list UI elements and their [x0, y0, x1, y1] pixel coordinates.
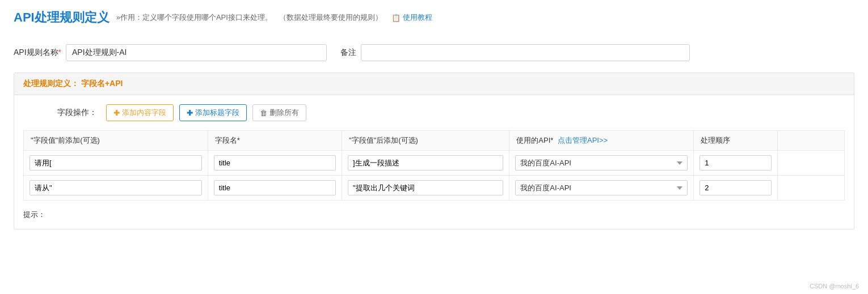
rule-section-header: 处理规则定义： 字段名+API [14, 73, 854, 95]
field-input-0[interactable] [214, 155, 336, 171]
th-order: 处理顺序 [694, 131, 778, 151]
page-title: API处理规则定义 [14, 9, 109, 26]
add-title-field-button[interactable]: ✚ 添加标题字段 [179, 104, 247, 121]
order-input-0[interactable] [700, 155, 772, 171]
add-content-field-button[interactable]: ✚ 添加内容字段 [106, 104, 174, 121]
th-prefix: "字段值"前添加(可选) [24, 131, 208, 151]
table-row: 我的百度AI-API其他API接口 [24, 151, 845, 176]
api-select-0[interactable]: 我的百度AI-API其他API接口 [515, 155, 688, 171]
plus-icon-content: ✚ [113, 109, 120, 117]
api-select-1[interactable]: 我的百度AI-API其他API接口 [515, 180, 688, 195]
page-subtitle-note: （数据处理最终要使用的规则） [279, 12, 382, 23]
rule-section-body: 字段操作： ✚ 添加内容字段 ✚ 添加标题字段 🗑 删除所有 "字段值"前添加(… [14, 95, 854, 229]
suffix-input-0[interactable] [348, 155, 503, 171]
field-ops-row: 字段操作： ✚ 添加内容字段 ✚ 添加标题字段 🗑 删除所有 [23, 104, 845, 121]
tutorial-label: 使用教程 [403, 12, 432, 23]
rule-section: 处理规则定义： 字段名+API 字段操作： ✚ 添加内容字段 ✚ 添加标题字段 … [14, 73, 854, 229]
page-header: API处理规则定义 »作用：定义哪个字段使用哪个API接口来处理。 （数据处理最… [0, 0, 868, 33]
suffix-input-1[interactable] [348, 180, 503, 195]
delete-all-button[interactable]: 🗑 删除所有 [252, 104, 306, 121]
row-ops-0 [777, 151, 844, 176]
rule-table: "字段值"前添加(可选) 字段名* "字段值"后添加(可选) 使用的API* 点… [23, 130, 845, 201]
tutorial-link[interactable]: 📋 使用教程 [391, 12, 432, 23]
watermark: CSDN @moshi_6 [810, 283, 859, 289]
remark-label: 备注 [340, 48, 356, 58]
table-row: 我的百度AI-API其他API接口 [24, 176, 845, 201]
table-header-row: "字段值"前添加(可选) 字段名* "字段值"后添加(可选) 使用的API* 点… [24, 131, 845, 151]
form-row-main: API规则名称* 备注 [14, 44, 854, 61]
prefix-input-1[interactable] [30, 180, 202, 195]
prefix-input-0[interactable] [30, 155, 202, 171]
api-name-input[interactable] [66, 44, 327, 61]
row-ops-1 [777, 176, 844, 201]
tips-label: 提示： [23, 210, 45, 219]
field-api-name: API规则名称* [14, 44, 327, 61]
trash-icon: 🗑 [260, 109, 267, 117]
tutorial-icon: 📋 [391, 14, 401, 22]
th-ops [777, 131, 844, 151]
field-ops-label: 字段操作： [57, 108, 97, 118]
api-name-label: API规则名称* [14, 48, 61, 58]
rule-table-body: 我的百度AI-API其他API接口我的百度AI-API其他API接口 [24, 151, 845, 201]
tips-row: 提示： [23, 206, 845, 220]
th-api: 使用的API* 点击管理API>> [509, 131, 694, 151]
remark-input[interactable] [361, 44, 690, 61]
th-field: 字段名* [208, 131, 342, 151]
manage-api-link[interactable]: 点击管理API>> [558, 136, 608, 144]
th-suffix: "字段值"后添加(可选) [342, 131, 509, 151]
rule-section-title: 处理规则定义： 字段名+API [23, 79, 123, 88]
page-subtitle-prefix: »作用：定义哪个字段使用哪个API接口来处理。 [116, 12, 272, 23]
field-input-1[interactable] [214, 180, 336, 195]
order-input-1[interactable] [700, 180, 772, 195]
form-area: API规则名称* 备注 [0, 33, 868, 61]
plus-icon-title: ✚ [187, 109, 193, 117]
field-remark: 备注 [340, 44, 690, 61]
